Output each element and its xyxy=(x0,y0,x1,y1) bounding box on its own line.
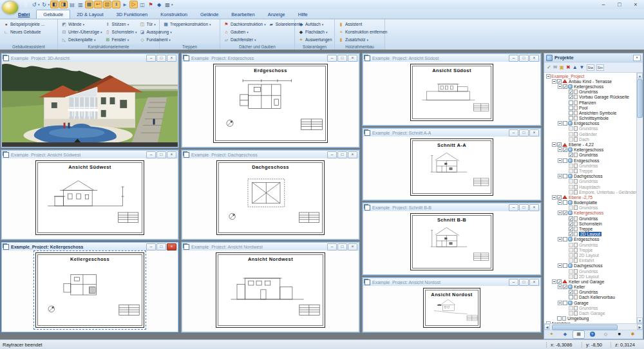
tree-item[interactable]: Ebene - 4,22 xyxy=(545,142,636,147)
tree-checkbox[interactable] xyxy=(563,84,567,89)
tree-checkbox[interactable] xyxy=(569,164,573,168)
window-restore-button[interactable]: □ xyxy=(337,55,347,62)
roof-construction-button[interactable]: ⚑Dachkonstruktion▾ xyxy=(223,21,267,28)
undo-icon[interactable]: ↺ xyxy=(30,1,38,8)
tree-item-label[interactable]: Keller xyxy=(574,285,585,289)
window-minimize-button[interactable]: – xyxy=(146,151,156,158)
window-content[interactable]: Ansicht Südost xyxy=(363,62,540,125)
window-close-button[interactable]: × xyxy=(348,55,357,62)
window-content[interactable]: Dachgeschoss xyxy=(182,158,359,239)
app-logo-icon[interactable] xyxy=(2,1,19,15)
tree-checkbox[interactable] xyxy=(557,79,562,84)
tree-checkbox[interactable] xyxy=(563,285,567,289)
window-minimize-button[interactable]: – xyxy=(327,55,337,62)
tree-item-label[interactable]: Empore, Unterbau - Geländer xyxy=(579,190,636,194)
drawing-sheet[interactable]: Erdgeschoss xyxy=(213,64,328,143)
tree-item[interactable]: Empore, Unterbau - Geländer xyxy=(545,189,636,194)
window-minimize-button[interactable]: – xyxy=(509,129,518,137)
tree-checkbox[interactable] xyxy=(569,153,573,157)
tree-item-label[interactable]: Grundriss xyxy=(579,179,598,184)
tree-item-label[interactable]: Grundriss xyxy=(579,126,598,131)
tree-expander-icon[interactable] xyxy=(552,142,556,147)
clipboard-icon[interactable]: ▩ xyxy=(164,1,171,8)
tree-checkbox[interactable] xyxy=(563,121,567,126)
tree-item-label[interactable]: Erdgeschoss xyxy=(574,237,599,241)
window-minimize-button[interactable]: – xyxy=(509,55,518,62)
tree-item-label[interactable]: Garage xyxy=(574,301,589,305)
window-restore-button[interactable]: □ xyxy=(156,243,166,250)
tab-help[interactable]: ? xyxy=(586,330,598,339)
tree-item-label[interactable]: Kellergeschoss xyxy=(574,147,603,152)
tree-checkbox[interactable] xyxy=(569,137,573,142)
tree-item-label[interactable]: Grundriss xyxy=(579,216,598,221)
tree-checkbox[interactable] xyxy=(569,126,573,131)
mdi-window-planroof[interactable]: Example_Project: Dachgeschoss–□×Dachgesc… xyxy=(181,149,360,240)
tree-item[interactable]: Dachgeschoss xyxy=(545,174,636,179)
tree-item-label[interactable]: Grundriss xyxy=(579,290,598,294)
window-close-button[interactable]: × xyxy=(167,243,176,250)
tree-item-label[interactable]: Ebene - 4,22 xyxy=(569,142,594,147)
drawing-sheet[interactable]: Kellergeschoss xyxy=(35,252,145,328)
tree-item-label[interactable]: Grundriss xyxy=(579,153,598,157)
tree-expander-icon[interactable] xyxy=(558,121,562,126)
window-restore-button[interactable]: □ xyxy=(156,151,166,158)
tree-checkbox[interactable] xyxy=(569,100,573,105)
tree-checkbox[interactable] xyxy=(569,205,573,210)
tree-item-label[interactable]: Ebene -2,75 xyxy=(569,195,592,200)
tree-item-label[interactable]: Schnittsymbole xyxy=(579,116,609,120)
app-minimize-button[interactable]: – xyxy=(599,1,608,8)
roof-window-button[interactable]: ▱Dachfenster▾ xyxy=(223,36,267,43)
on-roof-dropdown-icon[interactable]: ▾ xyxy=(322,23,324,26)
window-close-button[interactable]: × xyxy=(529,55,539,62)
scroll-down-arrow[interactable]: ▼ xyxy=(637,317,643,323)
tree-checkbox[interactable] xyxy=(569,232,573,236)
slab-dropdown-icon[interactable]: ▾ xyxy=(94,38,96,42)
tile-vertical-icon[interactable]: ▥ xyxy=(77,1,84,8)
chimney-button[interactable]: ▯Schornstein▾ xyxy=(104,28,138,35)
window-minimize-button[interactable]: – xyxy=(327,243,337,250)
tree-expander-icon[interactable] xyxy=(552,79,556,84)
tree-item-label[interactable]: Grundriss xyxy=(579,164,598,168)
tree-item[interactable]: Grundriss xyxy=(545,269,636,274)
tree-item[interactable]: Treppe xyxy=(545,247,636,252)
tree-item[interactable]: Geländer xyxy=(545,131,636,137)
tab-objects[interactable]: ◇ xyxy=(600,330,612,339)
tree-item-label[interactable]: Dach Garage xyxy=(579,311,605,316)
mdi-window-elevse[interactable]: Example_Project: Ansicht Südost–□×Ansich… xyxy=(362,53,542,126)
tree-item-label[interactable]: Treppe xyxy=(579,169,592,173)
app-maximize-button[interactable]: □ xyxy=(615,1,624,8)
window-restore-button[interactable]: □ xyxy=(519,55,529,62)
flag-icon[interactable]: ⚑ xyxy=(147,1,155,8)
mdi-window-plan[interactable]: Example_Project: Erdgeschoss–□×Erdgescho… xyxy=(181,53,360,148)
tree-item-label[interactable]: Keller und Garage xyxy=(569,279,604,284)
ribbon-tab-gel-nde[interactable]: Gelände xyxy=(194,10,225,19)
tree-item[interactable]: 2D Layout xyxy=(545,232,636,237)
tree-item[interactable]: Vorbau Garage Rückseite xyxy=(545,95,636,100)
vertical-scroll-thumb[interactable] xyxy=(637,79,643,118)
sort-numeric-icon[interactable]: Stn xyxy=(596,64,604,71)
tree-item-label[interactable]: Pflanzen xyxy=(579,100,596,105)
tree-checkbox[interactable] xyxy=(563,263,567,268)
tree-item[interactable]: Erdgeschoss xyxy=(545,158,636,163)
tree-checkbox[interactable] xyxy=(569,106,573,110)
dormer-button[interactable]: ⌂Gauben▾ xyxy=(223,28,267,35)
tree-item[interactable]: Anbau Kind - Terrasse xyxy=(545,79,636,84)
window-close-button[interactable]: × xyxy=(167,55,176,62)
panel-rollup-button[interactable]: ▾ xyxy=(633,55,641,61)
confirm-icon[interactable]: ✓ xyxy=(547,64,551,71)
material-icon[interactable]: ◆ xyxy=(155,1,163,8)
mdi-window-elevno[interactable]: Example_Project: Ansicht Nordost–□×Ansic… xyxy=(362,277,542,333)
tree-item-label[interactable]: Treppe xyxy=(579,248,592,252)
ribbon-tab-geb-ude[interactable]: Gebäude xyxy=(36,10,70,19)
window-restore-button[interactable]: □ xyxy=(156,55,166,62)
extra-wood-button[interactable]: ▮Zusatzholz▾ xyxy=(337,36,388,43)
tree-checkbox[interactable] xyxy=(563,174,567,178)
tree-item[interactable]: Kellergeschoss xyxy=(545,147,636,153)
window-content[interactable]: Ansicht Südwest xyxy=(2,158,178,239)
tree-item[interactable]: Grundriss xyxy=(545,305,636,310)
tree-expander-icon[interactable] xyxy=(558,174,562,178)
window-minimize-button[interactable]: – xyxy=(146,243,156,250)
tree-item-label[interactable]: Bodenplatte xyxy=(574,200,597,205)
tree-item[interactable]: Grundriss xyxy=(545,153,636,158)
column-button[interactable]: ‖Stützen▾ xyxy=(104,21,138,28)
